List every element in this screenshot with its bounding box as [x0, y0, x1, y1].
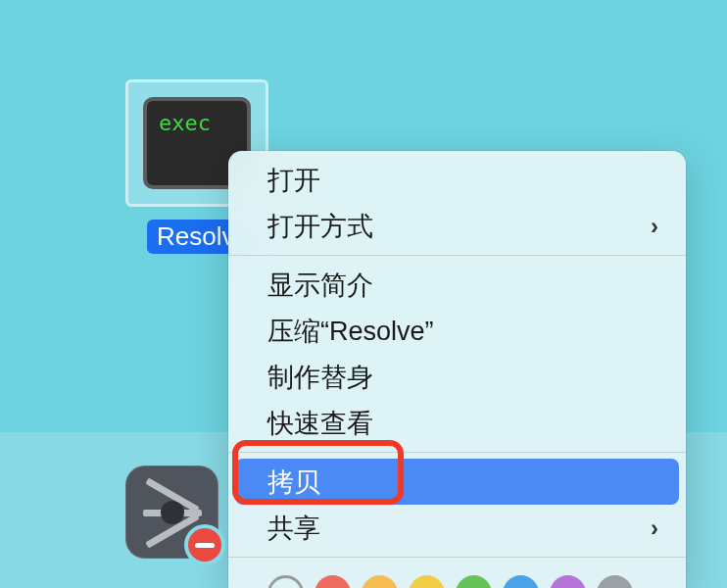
dock-app-davinci-resolve[interactable] — [125, 466, 218, 559]
menu-separator — [228, 557, 686, 558]
menu-item-label: 制作替身 — [267, 360, 373, 395]
menu-item-copy[interactable]: 拷贝 — [235, 459, 679, 505]
tag-color-gray[interactable] — [597, 575, 633, 588]
menu-item-label: 压缩“Resolve” — [267, 314, 434, 349]
menu-item-label: 拷贝 — [267, 465, 320, 500]
menu-item-open[interactable]: 打开 — [228, 157, 686, 203]
menu-item-open-with[interactable]: 打开方式 › — [228, 203, 686, 249]
menu-separator — [228, 452, 686, 453]
tag-color-green[interactable] — [456, 575, 492, 588]
tag-color-blue[interactable] — [503, 575, 539, 588]
menu-item-share[interactable]: 共享 › — [228, 505, 686, 551]
menu-separator — [228, 255, 686, 256]
menu-item-label: 打开 — [267, 163, 320, 198]
tag-color-none[interactable] — [267, 575, 304, 588]
exec-icon-text: exec — [159, 111, 211, 135]
chevron-right-icon: › — [651, 514, 658, 542]
menu-item-label: 显示简介 — [267, 268, 373, 303]
menu-item-compress[interactable]: 压缩“Resolve” — [228, 308, 686, 354]
menu-item-label: 共享 — [267, 511, 320, 546]
tag-color-red[interactable] — [315, 575, 351, 588]
chevron-right-icon: › — [651, 213, 658, 240]
menu-item-quick-look[interactable]: 快速查看 — [228, 400, 686, 446]
menu-item-label: 快速查看 — [267, 406, 373, 441]
menu-item-label: 打开方式 — [267, 209, 373, 244]
tag-color-orange[interactable] — [362, 575, 398, 588]
context-menu: 打开 打开方式 › 显示简介 压缩“Resolve” 制作替身 快速查看 拷贝 … — [228, 151, 686, 588]
tag-color-row — [228, 564, 686, 588]
tag-color-yellow[interactable] — [409, 575, 445, 588]
tag-color-purple[interactable] — [550, 575, 586, 588]
menu-item-make-alias[interactable]: 制作替身 — [228, 354, 686, 400]
remove-badge-icon — [184, 524, 225, 565]
menu-item-get-info[interactable]: 显示简介 — [228, 262, 686, 308]
